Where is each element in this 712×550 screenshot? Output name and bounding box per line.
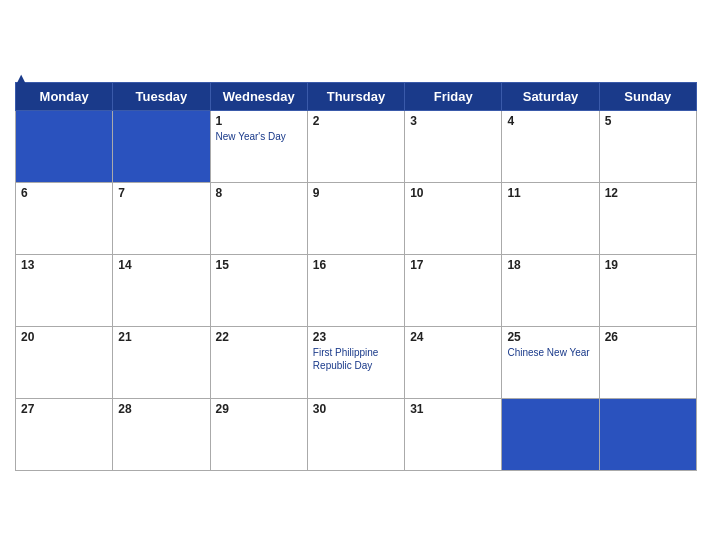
calendar-cell: 4 [502, 111, 599, 183]
day-number: 26 [605, 330, 691, 344]
calendar-cell: 7 [113, 183, 210, 255]
calendar-cell: 14 [113, 255, 210, 327]
calendar-cell: 22 [210, 327, 307, 399]
calendar-cell: 1New Year's Day [210, 111, 307, 183]
calendar-cell [599, 399, 696, 471]
calendar-cell: 17 [405, 255, 502, 327]
day-number: 8 [216, 186, 302, 200]
weekday-header-friday: Friday [405, 83, 502, 111]
day-number: 11 [507, 186, 593, 200]
day-number: 17 [410, 258, 496, 272]
calendar-cell: 31 [405, 399, 502, 471]
day-number: 6 [21, 186, 107, 200]
calendar-cell: 11 [502, 183, 599, 255]
calendar-cell: 24 [405, 327, 502, 399]
calendar-cell: 18 [502, 255, 599, 327]
calendar-cell [502, 399, 599, 471]
calendar-cell: 21 [113, 327, 210, 399]
weekday-header-thursday: Thursday [307, 83, 404, 111]
calendar-cell: 15 [210, 255, 307, 327]
calendar-cell: 28 [113, 399, 210, 471]
weekday-header-sunday: Sunday [599, 83, 696, 111]
calendar-cell: 19 [599, 255, 696, 327]
calendar-wrapper: ▲ MondayTuesdayWednesdayThursdayFridaySa… [0, 64, 712, 486]
calendar-cell [113, 111, 210, 183]
calendar-cell: 10 [405, 183, 502, 255]
holiday-name: Chinese New Year [507, 346, 593, 359]
calendar-cell: 16 [307, 255, 404, 327]
weekday-header-monday: Monday [16, 83, 113, 111]
day-number: 19 [605, 258, 691, 272]
calendar-cell [16, 111, 113, 183]
calendar-cell: 13 [16, 255, 113, 327]
calendar-week-row: 6789101112 [16, 183, 697, 255]
calendar-cell: 20 [16, 327, 113, 399]
day-number: 21 [118, 330, 204, 344]
day-number: 7 [118, 186, 204, 200]
calendar-week-row: 1New Year's Day2345 [16, 111, 697, 183]
day-number: 18 [507, 258, 593, 272]
calendar-table: MondayTuesdayWednesdayThursdayFridaySatu… [15, 82, 697, 471]
day-number: 13 [21, 258, 107, 272]
calendar-cell: 12 [599, 183, 696, 255]
day-number: 15 [216, 258, 302, 272]
day-number: 12 [605, 186, 691, 200]
calendar-cell: 27 [16, 399, 113, 471]
day-number: 23 [313, 330, 399, 344]
day-number: 2 [313, 114, 399, 128]
weekday-header-saturday: Saturday [502, 83, 599, 111]
calendar-cell: 23First Philippine Republic Day [307, 327, 404, 399]
day-number: 14 [118, 258, 204, 272]
day-number: 9 [313, 186, 399, 200]
weekday-header-row: MondayTuesdayWednesdayThursdayFridaySatu… [16, 83, 697, 111]
calendar-cell: 2 [307, 111, 404, 183]
day-number: 4 [507, 114, 593, 128]
calendar-cell: 30 [307, 399, 404, 471]
calendar-cell: 6 [16, 183, 113, 255]
day-number: 29 [216, 402, 302, 416]
holiday-name: First Philippine Republic Day [313, 346, 399, 372]
calendar-cell: 8 [210, 183, 307, 255]
calendar-week-row: 20212223First Philippine Republic Day242… [16, 327, 697, 399]
day-number: 20 [21, 330, 107, 344]
day-number: 5 [605, 114, 691, 128]
day-number: 31 [410, 402, 496, 416]
calendar-week-row: 13141516171819 [16, 255, 697, 327]
day-number: 24 [410, 330, 496, 344]
day-number: 1 [216, 114, 302, 128]
weekday-header-tuesday: Tuesday [113, 83, 210, 111]
weekday-header-wednesday: Wednesday [210, 83, 307, 111]
calendar-cell: 25Chinese New Year [502, 327, 599, 399]
calendar-cell: 29 [210, 399, 307, 471]
holiday-name: New Year's Day [216, 130, 302, 143]
logo-bird-icon: ▲ [13, 70, 29, 88]
day-number: 25 [507, 330, 593, 344]
calendar-week-row: 2728293031 [16, 399, 697, 471]
calendar-cell: 5 [599, 111, 696, 183]
day-number: 27 [21, 402, 107, 416]
day-number: 10 [410, 186, 496, 200]
day-number: 30 [313, 402, 399, 416]
calendar-cell: 9 [307, 183, 404, 255]
calendar-cell: 3 [405, 111, 502, 183]
day-number: 3 [410, 114, 496, 128]
calendar-cell: 26 [599, 327, 696, 399]
day-number: 22 [216, 330, 302, 344]
day-number: 28 [118, 402, 204, 416]
day-number: 16 [313, 258, 399, 272]
